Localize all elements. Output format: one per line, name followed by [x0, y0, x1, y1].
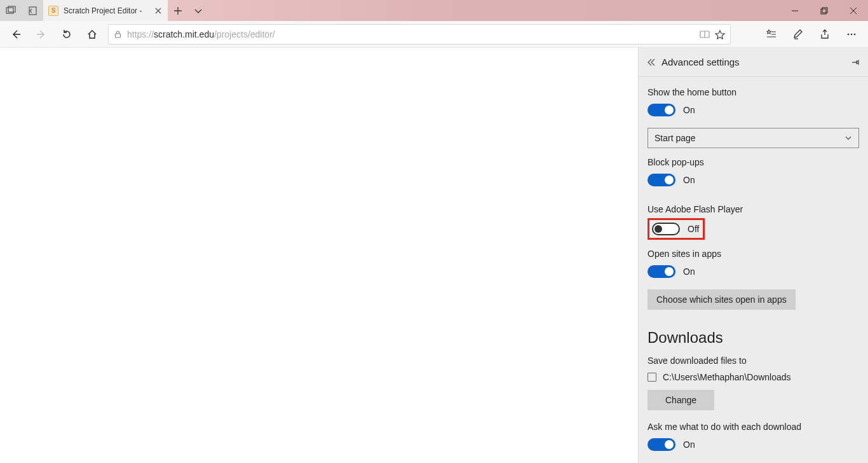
refresh-button[interactable] — [55, 22, 79, 46]
save-location-label: Save downloaded files to — [648, 356, 859, 366]
tab-title: Scratch Project Editor - — [64, 6, 149, 15]
flash-highlight: Off — [648, 218, 705, 240]
popups-toggle-row: On — [648, 174, 859, 186]
close-tab-icon[interactable] — [154, 6, 163, 15]
svg-point-8 — [851, 33, 853, 35]
ask-download-label: Ask me what to do with each download — [648, 422, 859, 432]
svg-rect-0 — [6, 8, 13, 13]
lock-icon — [114, 30, 122, 38]
tab-actions-area — [0, 0, 43, 21]
toolbar-right — [759, 22, 864, 46]
url-text: https://scratch.mit.edu/projects/editor/ — [127, 29, 695, 39]
svg-rect-3 — [821, 9, 826, 14]
more-icon[interactable] — [839, 22, 864, 46]
browser-tab[interactable]: S Scratch Project Editor - — [43, 0, 168, 21]
popups-state: On — [683, 175, 695, 185]
tab-preview-icon[interactable] — [6, 6, 16, 16]
title-rest — [168, 0, 780, 21]
popups-label: Block pop-ups — [648, 157, 859, 167]
svg-point-9 — [854, 33, 856, 35]
change-path-button[interactable]: Change — [648, 390, 714, 410]
open-apps-toggle-row: On — [648, 265, 859, 278]
maximize-button[interactable] — [810, 0, 839, 21]
ask-download-state: On — [683, 439, 695, 450]
popups-toggle[interactable] — [648, 174, 675, 186]
folder-icon — [648, 373, 656, 382]
panel-body: Show the home button On Start page Block… — [639, 77, 868, 463]
panel-back-icon[interactable] — [646, 57, 656, 67]
share-icon[interactable] — [812, 22, 837, 46]
download-path-row: C:\Users\Methaphan\Downloads — [648, 372, 859, 382]
svg-rect-5 — [116, 34, 121, 38]
forward-button[interactable] — [29, 22, 53, 46]
nav-bar: https://scratch.mit.edu/projects/editor/ — [0, 21, 868, 48]
svg-rect-4 — [822, 8, 827, 13]
set-aside-tabs-icon[interactable] — [27, 6, 37, 16]
close-window-button[interactable] — [839, 0, 868, 21]
ask-download-toggle[interactable] — [648, 438, 675, 451]
title-bar: S Scratch Project Editor - — [0, 0, 868, 21]
flash-toggle[interactable] — [652, 223, 680, 235]
settings-panel: Advanced settings Show the home button O… — [638, 48, 868, 463]
chevron-down-icon — [844, 134, 852, 142]
notes-icon[interactable] — [785, 22, 811, 46]
new-tab-button[interactable] — [168, 0, 188, 21]
panel-title: Advanced settings — [661, 57, 845, 67]
minimize-button[interactable] — [780, 0, 810, 21]
home-button-toggle-row: On — [648, 104, 859, 116]
reading-view-icon[interactable] — [700, 29, 710, 39]
pin-icon[interactable] — [850, 57, 860, 67]
home-button-toggle[interactable] — [648, 104, 675, 116]
svg-point-7 — [848, 33, 850, 35]
favorites-list-icon[interactable] — [759, 22, 784, 46]
ask-download-toggle-row: On — [648, 438, 859, 451]
flash-label: Use Adobe Flash Player — [648, 204, 859, 214]
home-button-state: On — [683, 105, 695, 115]
favorite-icon[interactable] — [715, 29, 725, 39]
download-path: C:\Users\Methaphan\Downloads — [663, 372, 791, 382]
flash-state: Off — [688, 224, 699, 234]
home-button-label: Show the home button — [648, 87, 859, 97]
back-button[interactable] — [4, 22, 28, 46]
open-apps-toggle[interactable] — [648, 265, 675, 278]
home-page-value: Start page — [654, 133, 696, 143]
window-controls — [780, 0, 868, 21]
open-apps-state: On — [683, 266, 695, 277]
tab-favicon-icon: S — [48, 6, 58, 16]
home-button[interactable] — [80, 22, 104, 46]
svg-rect-1 — [8, 6, 15, 12]
choose-sites-button[interactable]: Choose which sites open in apps — [648, 289, 796, 310]
tab-menu-button[interactable] — [188, 0, 208, 21]
downloads-heading: Downloads — [648, 329, 859, 347]
address-bar[interactable]: https://scratch.mit.edu/projects/editor/ — [108, 24, 731, 45]
open-apps-label: Open sites in apps — [648, 249, 859, 259]
panel-header: Advanced settings — [639, 48, 868, 77]
home-page-dropdown[interactable]: Start page — [648, 128, 859, 148]
